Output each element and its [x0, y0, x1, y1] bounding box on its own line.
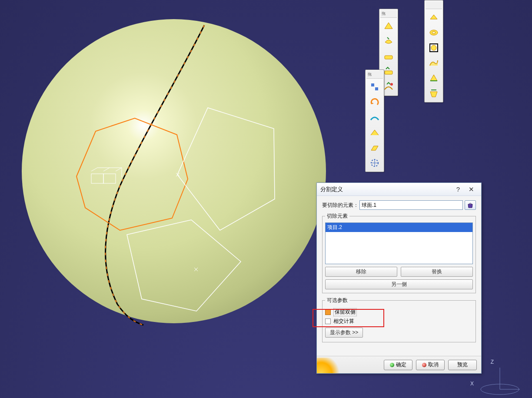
element-to-cut-label: 要切除的元素：: [322, 202, 359, 209]
show-params-button[interactable]: 显示参数 >>: [325, 328, 363, 338]
optional-params-legend: 可选参数: [325, 297, 349, 304]
list-item[interactable]: 项目.2: [326, 223, 472, 232]
tool-fill-icon[interactable]: [426, 71, 441, 86]
replace-button[interactable]: 替换: [401, 267, 473, 277]
cutting-elements-list[interactable]: 项目.2: [325, 222, 473, 264]
svg-rect-18: [385, 71, 392, 74]
tool-sweep-icon[interactable]: [426, 56, 441, 70]
svg-rect-21: [375, 87, 378, 90]
tool-revolve-icon[interactable]: [426, 25, 441, 40]
element-to-cut-input[interactable]: [359, 200, 463, 210]
tool-axis-icon[interactable]: [367, 156, 382, 170]
tool-scaling-icon[interactable]: [367, 125, 382, 140]
tool-rotate-icon[interactable]: [367, 95, 382, 109]
split-definition-dialog: 分割定义 ? ✕ 要切除的元素： 切除元素 项目.2 移除 替换 另一侧: [316, 182, 482, 374]
tool-untrim-icon[interactable]: [381, 49, 396, 64]
bag-icon-button[interactable]: [465, 200, 476, 210]
tool-heal-icon[interactable]: [381, 34, 396, 49]
cancel-button[interactable]: 取消: [416, 360, 445, 370]
toolbar-surface-c[interactable]: [424, 0, 443, 103]
svg-point-14: [481, 384, 519, 395]
dialog-close-button[interactable]: ✕: [465, 185, 478, 194]
toolbar-grip[interactable]: 拖: [366, 71, 383, 79]
compass-x-label: X: [470, 381, 474, 387]
compass: X Z: [473, 371, 512, 388]
tool-sphere-icon[interactable]: [426, 40, 441, 55]
dialog-title: 分割定义: [320, 186, 452, 193]
ok-dot-icon: [390, 363, 394, 367]
tool-symmetry-icon[interactable]: [367, 110, 382, 125]
toolbar-surface-b[interactable]: 拖: [365, 70, 384, 172]
svg-point-19: [390, 83, 393, 86]
tool-translate-icon[interactable]: [367, 80, 382, 94]
cutting-elements-legend: 切除元素: [325, 212, 349, 220]
sphere-surface: [22, 19, 326, 323]
cancel-dot-icon: [422, 363, 426, 367]
svg-point-24: [432, 32, 436, 34]
tool-affinity-icon[interactable]: [367, 140, 382, 155]
toolbar-grip[interactable]: 拖: [380, 10, 397, 18]
dialog-help-button[interactable]: ?: [452, 185, 465, 194]
preview-button[interactable]: 预览: [448, 360, 477, 370]
tool-blend-icon[interactable]: [426, 86, 441, 101]
svg-rect-17: [385, 56, 392, 59]
annotation-highlight: [313, 309, 384, 327]
sun-decoration-icon: [317, 358, 347, 373]
remove-button[interactable]: 移除: [325, 267, 397, 277]
svg-rect-20: [371, 83, 374, 86]
ok-button[interactable]: 确定: [384, 360, 412, 370]
compass-z-label: Z: [491, 359, 494, 365]
dialog-footer: 确定 取消 预览: [317, 356, 481, 373]
dialog-titlebar[interactable]: 分割定义 ? ✕: [317, 183, 481, 196]
bag-icon: [467, 202, 474, 209]
other-side-button[interactable]: 另一侧: [325, 279, 473, 289]
toolbar-grip[interactable]: [426, 1, 442, 9]
svg-point-26: [431, 45, 436, 50]
tool-join-icon[interactable]: [381, 19, 396, 33]
cutting-elements-group: 切除元素 项目.2 移除 替换 另一侧: [322, 212, 476, 293]
tool-extrude-icon[interactable]: [426, 10, 441, 25]
